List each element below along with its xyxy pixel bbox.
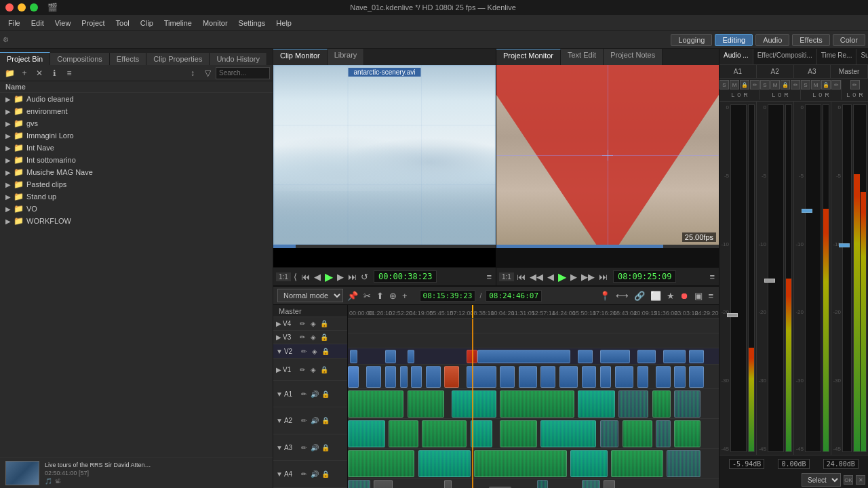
tab-clip-monitor[interactable]: Clip Monitor <box>273 49 328 65</box>
mixer-select[interactable]: Select <box>802 473 841 487</box>
track-composite-v3[interactable]: ◈ <box>309 332 318 342</box>
timeline-extract[interactable]: ✂ <box>362 289 372 302</box>
clip-v1-9[interactable] <box>500 366 515 388</box>
menu-settings[interactable]: Settings <box>233 18 271 28</box>
add-folder-button[interactable]: 📁 <box>3 66 16 80</box>
menu-help[interactable]: Help <box>271 18 297 28</box>
clip-v1-11[interactable] <box>540 366 555 388</box>
fader-knob-a3[interactable] <box>802 209 812 213</box>
clip-v1-12[interactable] <box>559 366 578 388</box>
clip-v1-17[interactable] <box>656 366 671 388</box>
clip-v2-9[interactable] <box>663 350 686 363</box>
list-item[interactable]: ▶ 📁 environment <box>0 105 273 117</box>
maximize-button[interactable] <box>30 3 38 12</box>
filter-button[interactable]: ▽ <box>201 66 214 80</box>
ch-a1-lock[interactable]: 🔒 <box>740 80 749 89</box>
clip-a3-2[interactable] <box>418 450 471 477</box>
ch-a3-lock[interactable]: 🔒 <box>821 80 831 89</box>
clip-monitor[interactable]: antarctic-scenery.avi <box>273 65 496 267</box>
fader-knob-a1[interactable] <box>727 313 738 317</box>
track-edit-a2[interactable]: ✏ <box>299 416 309 426</box>
list-item[interactable]: ▶ 📁 gvs <box>0 117 273 129</box>
clip-a3-3[interactable] <box>474 450 567 477</box>
end-project[interactable]: ⏭ <box>597 270 609 283</box>
track-mute-a3[interactable]: 🔊 <box>310 443 319 452</box>
track-lock-a2[interactable]: 🔒 <box>321 416 330 426</box>
db-value-2[interactable]: 0.00dB <box>778 459 809 469</box>
audio-button[interactable]: Audio <box>755 34 789 46</box>
track-mute-a2[interactable]: 🔊 <box>310 416 319 426</box>
db-value-3[interactable]: 24.00dB <box>823 459 859 469</box>
sort-button[interactable]: ↕ <box>186 66 199 80</box>
clip-a4-7[interactable] <box>604 480 614 488</box>
clip-v1-16[interactable] <box>637 366 648 388</box>
tab-undo-history[interactable]: Undo History <box>210 53 267 65</box>
clip-v1-2[interactable] <box>366 366 381 388</box>
clip-v1-4[interactable] <box>400 366 408 388</box>
list-item[interactable]: ▶ 📁 WORKFLOW <box>0 215 273 227</box>
expand-a3[interactable]: ▼ <box>276 444 283 451</box>
menu-timeline[interactable]: Timeline <box>159 18 197 28</box>
clip-a2-8[interactable] <box>623 420 652 447</box>
ch-a3-fx[interactable]: ✏ <box>831 80 841 89</box>
clip-v1-19[interactable] <box>689 366 704 388</box>
track-lock-a3[interactable]: 🔒 <box>321 443 330 452</box>
clip-a1-5[interactable] <box>578 390 615 418</box>
timeline-add-track[interactable]: 📌 <box>346 289 359 302</box>
timeline-menu[interactable]: ≡ <box>707 289 715 302</box>
menu-monitor[interactable]: Monitor <box>197 18 233 28</box>
expand-v4[interactable]: ▶ <box>276 320 281 327</box>
ch-a2-fx[interactable]: ✏ <box>791 80 800 89</box>
link-button[interactable]: 🔗 <box>633 289 646 302</box>
expand-v3[interactable]: ▶ <box>276 333 281 341</box>
menu-btn-project[interactable]: ≡ <box>708 270 716 283</box>
rewind-button[interactable]: ⏮ <box>300 270 311 283</box>
clip-a2-4[interactable] <box>471 420 493 447</box>
expand-v2[interactable]: ▼ <box>276 348 283 355</box>
minimize-button[interactable] <box>18 3 26 12</box>
expand-v1[interactable]: ▶ <box>276 366 281 373</box>
menu-btn-clip[interactable]: ≡ <box>485 270 493 283</box>
clip-a1-8[interactable] <box>674 390 700 418</box>
track-edit-a3[interactable]: ✏ <box>299 443 309 452</box>
clip-properties-button[interactable]: ℹ <box>47 66 61 80</box>
list-item[interactable]: ▶ 📁 Pasted clips <box>0 178 273 190</box>
color-button[interactable]: Color <box>833 34 865 46</box>
track-composite-v4[interactable]: ◈ <box>309 319 318 328</box>
clip-a2-10[interactable] <box>674 420 700 447</box>
fast-forward-button[interactable]: ⏭ <box>347 270 358 283</box>
clip-v1-1[interactable] <box>348 366 359 388</box>
clip-a3-1[interactable] <box>348 450 414 477</box>
clip-a4-2[interactable] <box>374 480 392 488</box>
track-composite-v1[interactable]: ◈ <box>309 365 318 374</box>
list-item[interactable]: ▶ 📁 Musiche MAG Nave <box>0 166 273 178</box>
track-edit-v2[interactable]: ✏ <box>299 346 309 356</box>
tab-project-monitor[interactable]: Project Monitor <box>496 49 561 65</box>
clip-v1-8[interactable] <box>467 366 496 388</box>
timeline-mode-select[interactable]: Normal mode <box>277 289 343 302</box>
ch-a1-solo[interactable]: S <box>719 80 729 89</box>
tab-time-remap[interactable]: Time Re... <box>817 49 857 64</box>
clip-a2-3[interactable] <box>422 420 467 447</box>
track-edit-a4[interactable]: ✏ <box>299 470 309 479</box>
fader-a1[interactable] <box>730 104 747 452</box>
clip-v2-7[interactable] <box>600 350 630 363</box>
list-item[interactable]: ▶ 📁 Int sottomarino <box>0 154 273 166</box>
clip-a1-4[interactable] <box>500 390 574 418</box>
add-clip-button[interactable]: + <box>18 66 31 80</box>
step-forward-button[interactable]: ▶ <box>336 270 345 283</box>
menu-edit[interactable]: Edit <box>26 18 50 28</box>
list-item[interactable]: ▶ 📁 VO <box>0 203 273 215</box>
timeline-ruler[interactable]: 00:00:00 01:26:10 02:52:20 04:19:05 05:4… <box>348 305 719 319</box>
track-lock-v4[interactable]: 🔒 <box>319 319 329 328</box>
tab-subtitles[interactable]: Subtitles <box>856 49 868 64</box>
track-mute-a4[interactable]: 🔊 <box>310 470 319 479</box>
clip-a1-7[interactable] <box>652 390 671 418</box>
clip-v1-6[interactable] <box>426 366 441 388</box>
play-button-clip[interactable]: ▶ <box>323 269 334 285</box>
tab-audio-mixer[interactable]: Audio ... <box>719 49 753 64</box>
fader-a2[interactable] <box>768 104 784 452</box>
clip-a2-6[interactable] <box>540 420 596 447</box>
expand-a1[interactable]: ▼ <box>276 390 283 398</box>
ch-a1-fx[interactable]: ✏ <box>750 80 760 89</box>
